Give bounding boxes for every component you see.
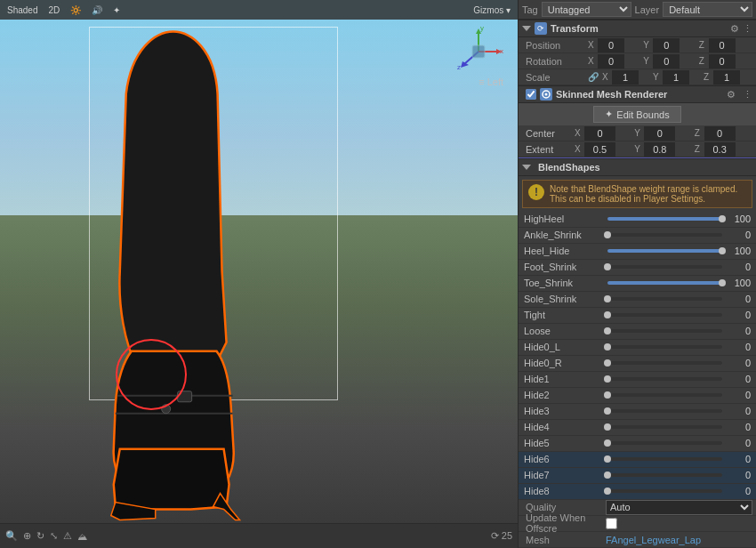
rotate-icon[interactable]: ↻ — [36, 530, 44, 542]
blendshape-row: Loose 0 — [519, 324, 756, 340]
scale-label: Scale — [526, 72, 588, 83]
terrain-icon[interactable]: ⛰ — [77, 531, 87, 542]
edit-bounds-button[interactable]: ✦ Edit Bounds — [593, 106, 680, 123]
rotation-xyz: X Y Z — [588, 54, 752, 68]
rot-x-label: X — [588, 56, 597, 66]
bounds-center-xyz: X Y Z — [575, 126, 752, 141]
blendshape-slider-container — [607, 469, 722, 481]
layer-select[interactable]: Default — [663, 2, 752, 17]
blendshape-slider-container — [607, 373, 722, 385]
blendshape-row: Hide4 0 — [519, 420, 756, 436]
blendshape-value: 0 — [726, 342, 751, 352]
transform-section-header[interactable]: ⟳ Transform ⚙ ⋮ — [519, 20, 756, 37]
blendshape-value: 0 — [726, 438, 751, 448]
smr-more-icon[interactable]: ⋮ — [743, 89, 752, 101]
blendshape-row: Hide2 0 — [519, 388, 756, 404]
center-y-input[interactable] — [644, 126, 675, 141]
svg-text:y: y — [480, 25, 484, 32]
scale-lock-icon[interactable]: 🔗 — [588, 72, 599, 82]
extent-label: Extent — [526, 144, 575, 155]
blendshape-name: Hide7 — [524, 470, 604, 480]
layer-label: Layer — [635, 4, 660, 15]
blendshape-name: Heel_Hide — [524, 246, 604, 256]
blendshape-name: Tight — [524, 310, 604, 320]
scale-row: Scale 🔗 X Y Z — [519, 69, 756, 85]
center-z-label: Z — [695, 128, 704, 138]
mesh-row: Mesh FAngel_Legwear_Lap — [519, 532, 756, 548]
warn-icon[interactable]: ⚠ — [63, 530, 72, 542]
blendshape-name: Hide8 — [524, 486, 604, 496]
quality-select[interactable]: Auto — [606, 500, 752, 515]
fx-button[interactable]: ✦ — [109, 4, 124, 17]
bounds-center-row: Center X Y Z — [519, 125, 756, 141]
blendshape-slider-container — [607, 405, 722, 417]
smr-icon — [540, 88, 552, 101]
rot-x-input[interactable] — [598, 54, 624, 68]
blendshape-name: Loose — [524, 326, 604, 336]
scale-icon[interactable]: ⤡ — [50, 530, 58, 542]
blendshape-row: Heel_Hide 100 — [519, 244, 756, 260]
gizmos-button[interactable]: Gizmos ▾ — [470, 4, 514, 17]
blendshape-value: 0 — [726, 454, 751, 464]
mesh-label: Mesh — [526, 535, 606, 545]
blendshape-name: Hide0_R — [524, 358, 604, 368]
center-x-input[interactable] — [584, 126, 615, 141]
selection-circle — [116, 339, 187, 410]
blendshape-value: 0 — [726, 262, 751, 272]
blendshape-slider-container — [607, 293, 722, 305]
blendshape-value: 100 — [726, 214, 751, 224]
rot-z-input[interactable] — [709, 54, 736, 68]
gizmo-widget: y x z — [452, 25, 505, 78]
center-x-label: X — [575, 128, 583, 138]
rot-y-input[interactable] — [653, 54, 680, 68]
pos-z-input[interactable] — [709, 38, 736, 52]
tag-label: Tag — [522, 4, 538, 15]
blendshapes-header[interactable]: BlendShapes — [519, 158, 756, 176]
blendshapes-warning: ! Note that BlendShape weight range is c… — [522, 180, 752, 208]
transform-more-icon[interactable]: ⋮ — [743, 23, 752, 35]
extent-z-input[interactable] — [704, 142, 736, 157]
blendshape-slider-container — [607, 453, 722, 465]
update-offscreen-checkbox[interactable] — [606, 518, 617, 529]
translate-icon[interactable]: ⊕ — [23, 530, 31, 542]
extent-y-input[interactable] — [644, 142, 675, 157]
blendshape-name: Hide0_L — [524, 342, 604, 352]
tag-layer-row: Tag Untagged Layer Default — [519, 0, 756, 20]
audio-button[interactable]: 🔊 — [88, 4, 106, 17]
transform-icon: ⟳ — [535, 22, 547, 35]
svg-text:x: x — [500, 47, 503, 55]
smr-enable-checkbox[interactable] — [526, 89, 536, 100]
shading-button[interactable]: Shaded — [4, 4, 41, 17]
rotation-label: Rotation — [526, 56, 588, 67]
tag-select[interactable]: Untagged — [542, 2, 631, 17]
scale-z-input[interactable] — [713, 70, 740, 85]
scale-x-input[interactable] — [612, 70, 639, 85]
pos-x-input[interactable] — [598, 38, 624, 52]
blendshapes-triangle — [522, 165, 531, 170]
2d-button[interactable]: 2D — [44, 4, 63, 17]
lighting-button[interactable]: 🔆 — [67, 4, 84, 17]
blendshape-row: Hide3 0 — [519, 404, 756, 420]
pos-x-label: X — [588, 40, 597, 50]
blendshape-row: Tight 0 — [519, 308, 756, 324]
center-z-input[interactable] — [704, 126, 736, 141]
scale-y-input[interactable] — [663, 70, 689, 85]
blendshape-value: 0 — [726, 326, 751, 336]
transform-settings-icon[interactable]: ⚙ — [730, 23, 739, 35]
search-icon[interactable]: 🔍 — [5, 530, 18, 542]
inspector-panel: Tag Untagged Layer Default ⟳ Transform ⚙… — [519, 0, 756, 548]
extent-x-input[interactable] — [584, 142, 615, 157]
blendshape-slider-container — [607, 437, 722, 449]
blendshape-name: Toe_Shrink — [524, 278, 604, 288]
blendshape-name: Foot_Shrink — [524, 262, 604, 272]
pos-y-input[interactable] — [653, 38, 680, 52]
smr-settings-icon[interactable]: ⚙ — [727, 89, 736, 101]
blendshape-row: Hide1 0 — [519, 372, 756, 388]
position-label: Position — [526, 40, 588, 51]
mesh-value: FAngel_Legwear_Lap — [606, 535, 752, 545]
smr-header[interactable]: Skinned Mesh Renderer ⚙ ⋮ — [519, 85, 756, 103]
viewport[interactable]: Shaded 2D 🔆 🔊 ✦ Gizmos ▾ — [0, 0, 519, 548]
svg-text:z: z — [457, 63, 461, 71]
blendshape-value: 0 — [726, 374, 751, 384]
blendshape-name: HighHeel — [524, 214, 604, 224]
